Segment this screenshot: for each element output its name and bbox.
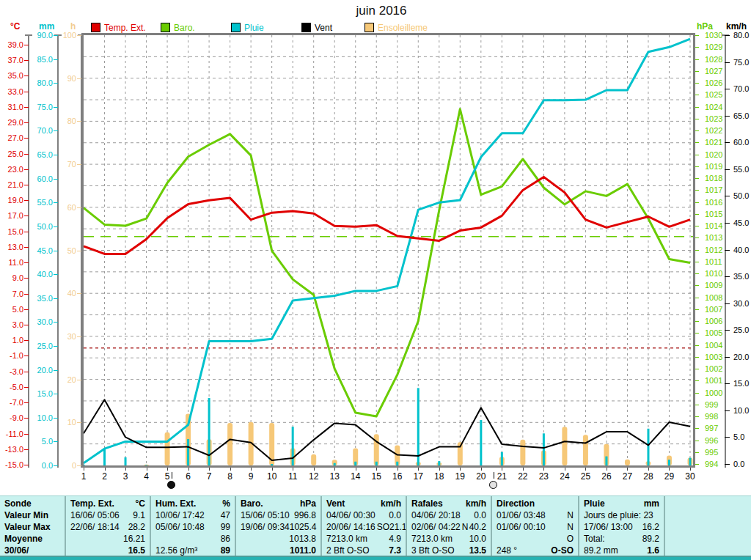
baro-tick-label: 996 [705, 437, 737, 445]
wind-tick-label: 65.0 [733, 112, 751, 120]
table-row: Valeur Max [4, 521, 60, 533]
table-cell-label: 01/06/ 03:48 [497, 509, 546, 521]
sun-tick-label: 60 [57, 204, 76, 212]
rain-tick-label: 10.0 [29, 414, 53, 422]
x-axis-day-tick [230, 468, 231, 471]
temp-tick-mark [24, 449, 29, 450]
table-row: Moyenne [4, 533, 60, 545]
table-column-header: Direction [497, 498, 574, 509]
table-cell-label: 17/06/ 13:00 [584, 521, 633, 533]
table-row [670, 521, 747, 533]
new-moon-icon [167, 481, 175, 489]
column-header-label: Baro. [241, 498, 263, 509]
temp-tick-mark [24, 402, 29, 403]
wind-tick-label: 50.0 [733, 192, 751, 200]
wind-tick-mark [725, 464, 730, 465]
x-axis-day-label: 13 [326, 471, 342, 482]
table-row: 04/06/ 00:300.0 [326, 509, 401, 521]
table-cell-value: 9.1 [133, 509, 145, 521]
x-axis-day-tick [565, 468, 565, 471]
x-axis-day-label: 16 [389, 471, 406, 482]
pluie-jour-bar [334, 463, 336, 465]
wind-tick-mark [725, 437, 730, 438]
table-cell-label: 02/06/ 04:22 [411, 521, 461, 533]
wind-tick-label: 55.0 [733, 166, 751, 174]
temp-tick-mark [24, 200, 29, 201]
temp-tick-label: -13.0 [0, 446, 23, 454]
baro-tick-label: 1016 [705, 199, 737, 207]
rain-tick-mark [54, 322, 58, 323]
baro-tick-label: 1004 [705, 342, 737, 350]
temp-tick-mark [24, 434, 29, 435]
temp-tick-label: 3.0 [0, 321, 23, 329]
table-row: 1013.8 [241, 533, 316, 545]
x-axis-day-label: 8 [222, 471, 238, 482]
legend-swatch-icon [231, 23, 241, 32]
table-cell-value: O [567, 533, 574, 545]
temp-tick-label: 19.0 [0, 196, 23, 205]
table-row: 17/06/ 13:0016.2 [584, 521, 659, 533]
rain-tick-label: 15.0 [29, 390, 53, 398]
x-axis-day-label: 2 [97, 471, 113, 482]
table-column-header: Hum. Ext.% [155, 498, 230, 509]
rain-tick-label: 30.0 [29, 318, 53, 326]
table-cell-value: 1011.0 [290, 545, 316, 556]
x-axis-day-tick [125, 468, 126, 471]
vent-line [84, 399, 690, 460]
wind-tick-label: 75.0 [733, 59, 751, 67]
table-cell-label: 7213.0 km [326, 533, 367, 545]
x-axis-day-label: 24 [557, 471, 573, 482]
pluie-jour-bar [417, 388, 420, 465]
bottom-separator [0, 557, 751, 560]
moon-axis-tick [172, 472, 172, 479]
rain-tick-label: 85.0 [29, 56, 53, 64]
rain-tick-mark [54, 59, 58, 60]
temp-tick-mark [24, 355, 29, 356]
wind-tick-mark [725, 357, 730, 358]
wind-tick-label: 70.0 [733, 85, 751, 93]
wind-tick-mark [725, 250, 730, 251]
column-header-unit: °C [136, 498, 145, 509]
ensoleillement-bar [374, 434, 379, 465]
sun-tick-label: 20 [57, 376, 76, 384]
temp-tick-label: -9.0 [0, 414, 23, 422]
rain-tick-label: 70.0 [29, 127, 53, 135]
x-axis-day-tick [167, 468, 168, 471]
baro-tick-label: 997 [705, 424, 737, 432]
x-axis-day-label: 30 [682, 471, 698, 482]
temp-tick-mark [24, 278, 29, 279]
wind-tick-label: 0.0 [733, 460, 751, 468]
baro-tick-label: 1005 [705, 329, 737, 337]
x-axis-day-label: 20 [473, 471, 489, 482]
temp-tick-mark [24, 107, 29, 108]
temp-tick-label: 7.0 [0, 290, 23, 298]
baro-tick-label: 998 [705, 413, 737, 421]
baro-tick-label: 1018 [705, 174, 737, 183]
x-axis-day-label: 9 [243, 471, 259, 482]
wind-tick-mark [725, 35, 730, 36]
rain-tick-mark [54, 346, 58, 347]
x-axis-day-tick [502, 468, 502, 471]
x-axis-day-tick [147, 468, 147, 471]
temp-tick-mark [24, 75, 29, 76]
table-row [670, 545, 747, 556]
baro-tick-label: 1006 [705, 317, 737, 325]
rain-tick-mark [54, 298, 58, 299]
wind-tick-label: 60.0 [733, 139, 751, 147]
x-axis-day-label: 27 [619, 471, 635, 482]
rain-tick-label: 50.0 [29, 223, 53, 231]
sun-tick-label: 10 [57, 419, 76, 427]
baro-tick-label: 1021 [705, 139, 737, 147]
table-cell-label: 19/06/ 09:34 [241, 521, 290, 533]
x-axis-day-tick [523, 468, 524, 471]
wind-axis-line [725, 35, 726, 468]
table-column-vent: Ventkm/h04/06/ 00:300.020/06/ 14:16SO21.… [320, 496, 406, 556]
pluie-jour-bar [103, 449, 106, 465]
baro-tick-label: 1011 [705, 258, 737, 266]
baro-tick-label: 1022 [705, 127, 737, 135]
pluie-jour-bar [605, 457, 607, 465]
temp-axis-unit-label: °C [10, 21, 20, 32]
x-axis-day-label: 29 [661, 471, 677, 482]
temp-tick-mark [24, 309, 29, 310]
rain-tick-mark [54, 130, 58, 131]
